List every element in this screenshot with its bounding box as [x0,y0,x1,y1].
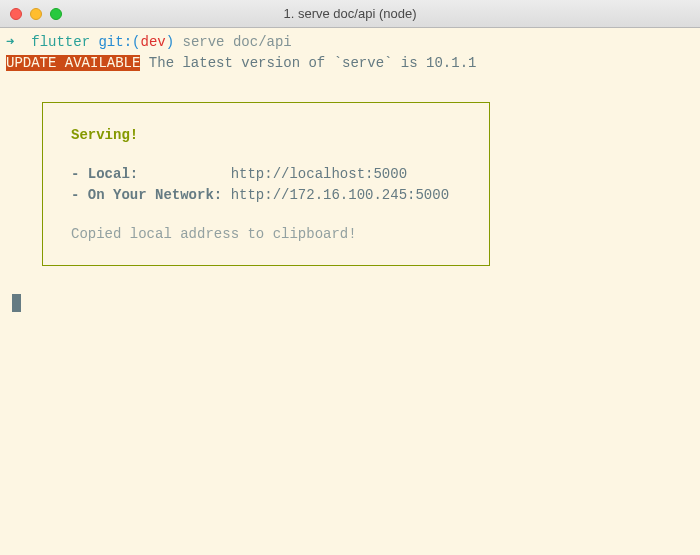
maximize-icon[interactable] [50,8,62,20]
prompt-dir: flutter [31,34,90,50]
git-close: ) [166,34,174,50]
cursor-icon [12,294,21,312]
window-title: 1. serve doc/api (node) [0,6,700,21]
network-url[interactable]: http://172.16.100.245:5000 [231,187,449,203]
update-message: The latest version of `serve` is 10.1.1 [140,55,476,71]
copied-message: Copied local address to clipboard! [71,224,465,245]
window-titlebar: 1. serve doc/api (node) [0,0,700,28]
close-icon[interactable] [10,8,22,20]
prompt-arrow-icon: ➜ [6,34,14,50]
serve-box: Serving! - Local: http://localhost:5000 … [42,102,490,266]
git-branch: dev [140,34,165,50]
command-text: serve doc/api [183,34,292,50]
terminal-content[interactable]: ➜ flutter git:(dev) serve doc/api UPDATE… [0,28,700,316]
local-entry: - Local: http://localhost:5000 [71,164,465,185]
local-label: - Local: [71,166,231,182]
update-line: UPDATE AVAILABLE The latest version of `… [6,53,694,74]
traffic-lights [0,8,62,20]
serving-heading: Serving! [71,125,465,146]
update-badge: UPDATE AVAILABLE [6,55,140,71]
network-label: - On Your Network: [71,187,231,203]
git-label: git:( [98,34,140,50]
local-url[interactable]: http://localhost:5000 [231,166,407,182]
minimize-icon[interactable] [30,8,42,20]
prompt-line: ➜ flutter git:(dev) serve doc/api [6,32,694,53]
network-entry: - On Your Network: http://172.16.100.245… [71,185,465,206]
